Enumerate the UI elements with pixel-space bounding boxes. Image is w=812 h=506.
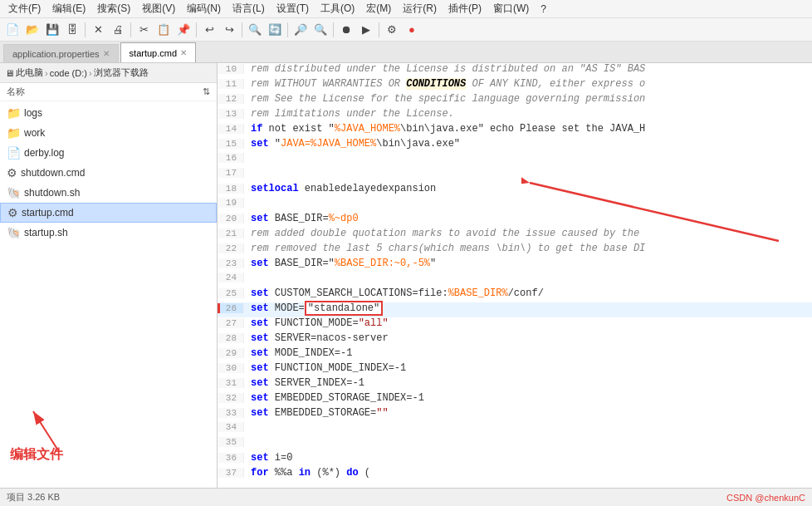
code-line-34: 34 [218,422,812,437]
line-number: 25 [218,288,244,298]
sh-file-icon: 🐚 [7,226,21,239]
menu-edit[interactable]: 编辑(E) [47,0,90,17]
explorer-name-col: 名称 [7,86,25,98]
line-number: 12 [218,94,244,104]
save-all-btn[interactable]: 🗄 [63,21,81,39]
menu-tools[interactable]: 工具(O) [316,0,360,17]
line-number: 31 [218,378,244,388]
menu-search[interactable]: 搜索(S) [92,0,135,17]
code-line-22: 22 rem removed the last 5 chars(which me… [218,243,812,258]
line-number: 22 [218,243,244,253]
line-number: 19 [218,198,244,208]
find-btn[interactable]: 🔍 [246,21,264,39]
list-item[interactable]: 🐚 startup.sh [0,223,217,243]
list-item[interactable]: ⚙ shutdown.cmd [0,163,217,183]
code-line-36: 36 set i=0 [218,452,812,467]
line-content: set CUSTOM_SEARCH_LOCATIONS=file:%BASE_D… [244,287,544,299]
tab-application-properties[interactable]: application.properties ✕ [3,44,119,62]
menu-macro[interactable]: 宏(M) [361,0,396,17]
menu-encode[interactable]: 编码(N) [182,0,226,17]
line-number: 18 [218,184,244,194]
open-btn[interactable]: 📂 [23,21,42,39]
list-item-selected[interactable]: ⚙ startup.cmd [0,203,217,223]
code-line-12: 12 rem See the License for the specific … [218,93,812,108]
line-content: rem See the License for the specific lan… [244,93,645,105]
line-content: set SERVER=nacos-server [244,332,389,344]
tab-startup-cmd[interactable]: startup.cmd ✕ [120,42,196,62]
menu-help[interactable]: ? [536,2,551,17]
close-btn[interactable]: ✕ [89,21,107,39]
cmd-file-selected-icon: ⚙ [7,206,18,219]
line-content: set FUNCTION_MODE="all" [244,317,389,329]
tab-label: application.properties [12,49,100,59]
menu-plugin[interactable]: 插件(P) [443,0,487,17]
replace-btn[interactable]: 🔄 [266,21,284,39]
macro-btn[interactable]: ⏺ [337,21,355,39]
code-line-23: 23 set BASE_DIR="%BASE_DIR:~0,-5%" [218,258,812,273]
code-area[interactable]: 10 rem distributed under the License is … [218,63,812,488]
line-number: 20 [218,214,244,224]
run-btn[interactable]: ▶ [357,21,375,39]
line-content: if not exist "%JAVA_HOME%\bin\java.exe" … [244,123,645,135]
breadcrumb-drive: code (D:) [50,68,87,78]
menu-window[interactable]: 窗口(W) [488,0,534,17]
line-number: 13 [218,109,244,119]
main-area: 🖥 此电脑 › code (D:) › 浏览器下载路 名称 ⇅ 📁 logs 📁… [0,63,812,488]
code-line-14: 14 if not exist "%JAVA_HOME%\bin\java.ex… [218,123,812,138]
save-btn[interactable]: 💾 [43,21,61,39]
file-name: shutdown.cmd [21,167,85,179]
menu-run[interactable]: 运行(R) [398,0,442,17]
copy-btn[interactable]: 📋 [154,21,173,39]
list-item[interactable]: 📁 logs [0,103,217,123]
settings-btn[interactable]: ⚙ [383,21,401,39]
line-content: rem WITHOUT WARRANTIES OR CONDITIONS OF … [244,78,645,90]
line-number: 29 [218,348,244,358]
menu-lang[interactable]: 语言(L) [227,0,270,17]
toolbar: 📄 📂 💾 🗄 ✕ 🖨 ✂ 📋 📌 ↩ ↪ 🔍 🔄 🔎 🔍 ⏺ ▶ ⚙ ● [0,18,812,42]
log-file-icon: 📄 [7,146,21,160]
file-name: work [24,127,45,139]
tab-close-icon[interactable]: ✕ [103,49,110,58]
breadcrumb-home-icon: 🖥 [5,68,14,78]
svg-line-1 [33,411,58,450]
line-number: 30 [218,363,244,373]
line-number: 35 [218,437,244,447]
menu-settings[interactable]: 设置(T) [271,0,314,17]
status-items: 项目 3.26 KB [7,491,60,504]
line-content: set FUNCTION_MODE_INDEX=-1 [244,362,406,374]
menu-view[interactable]: 视图(V) [137,0,180,17]
folder-icon: 📁 [7,106,21,120]
tab-close-active-icon[interactable]: ✕ [180,48,187,57]
redo-btn[interactable]: ↪ [220,21,238,39]
line-content: rem distributed under the License is dis… [244,63,645,75]
file-name: derby.log [24,147,64,159]
tabbar: application.properties ✕ startup.cmd ✕ [0,42,812,63]
zoom-in-btn[interactable]: 🔎 [291,21,310,39]
list-item[interactable]: 📁 work [0,123,217,143]
list-item[interactable]: 🐚 shutdown.sh [0,183,217,203]
new-file-btn[interactable]: 📄 [3,21,22,39]
code-line-31: 31 set SERVER_INDEX=-1 [218,377,812,392]
code-line-32: 32 set EMBEDDED_STORAGE_INDEX=-1 [218,392,812,407]
line-content: set SERVER_INDEX=-1 [244,377,364,389]
line-content: rem removed the last 5 chars(which means… [244,243,645,254]
line-number: 23 [218,258,244,268]
line-number: 37 [218,468,244,478]
code-line-30: 30 set FUNCTION_MODE_INDEX=-1 [218,362,812,377]
zoom-out-btn[interactable]: 🔍 [311,21,330,39]
statusbar: 项目 3.26 KB CSDN @chenkunC [0,488,812,506]
paste-btn[interactable]: 📌 [174,21,193,39]
line-number: 15 [218,139,244,149]
file-name: startup.sh [24,227,68,238]
list-item[interactable]: 📄 derby.log [0,143,217,163]
code-line-17: 17 [218,168,812,183]
line-content: set EMBEDDED_STORAGE_INDEX=-1 [244,392,424,404]
line-number: 34 [218,422,244,432]
menu-file[interactable]: 文件(F) [3,0,46,17]
line-content: set BASE_DIR="%BASE_DIR:~0,-5%" [244,258,436,269]
highlight-btn[interactable]: ● [403,21,421,39]
explorer-sort-icon[interactable]: ⇅ [203,86,210,97]
undo-btn[interactable]: ↩ [200,21,218,39]
cut-btn[interactable]: ✂ [135,21,153,39]
print-btn[interactable]: 🖨 [109,21,127,39]
